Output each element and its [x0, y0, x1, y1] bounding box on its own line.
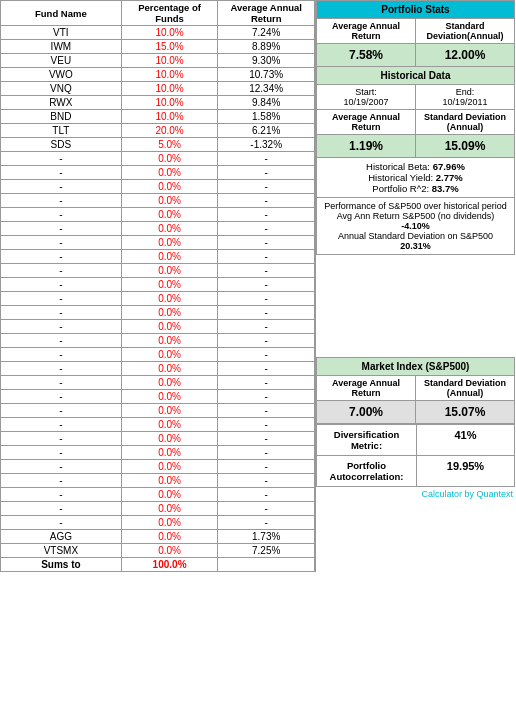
- table-row: -0.0%-: [1, 222, 315, 236]
- fund-name-cell: -: [1, 390, 122, 404]
- fund-pct-cell: 0.0%: [121, 306, 218, 320]
- table-row: -0.0%-: [1, 278, 315, 292]
- fund-name-cell: -: [1, 180, 122, 194]
- fund-pct-cell: 0.0%: [121, 194, 218, 208]
- fund-name-cell: -: [1, 362, 122, 376]
- fund-pct-cell: 10.0%: [121, 82, 218, 96]
- fund-pct-cell: 0.0%: [121, 516, 218, 530]
- table-row: -0.0%-: [1, 236, 315, 250]
- fund-ret-cell: 9.84%: [218, 96, 315, 110]
- table-row: -0.0%-: [1, 502, 315, 516]
- fund-ret-cell: -: [218, 222, 315, 236]
- fund-pct-cell: 0.0%: [121, 250, 218, 264]
- fund-pct-cell: 10.0%: [121, 54, 218, 68]
- fund-name-cell: -: [1, 418, 122, 432]
- yield-val: 2.77%: [436, 172, 463, 183]
- table-row: -0.0%-: [1, 460, 315, 474]
- r2-val: 83.7%: [432, 183, 459, 194]
- sums-ret: [218, 558, 315, 572]
- fund-name-cell: -: [1, 404, 122, 418]
- fund-pct-cell: 15.0%: [121, 40, 218, 54]
- table-row: -0.0%-: [1, 348, 315, 362]
- market-section: Market Index (S&P500) Average Annual Ret…: [316, 357, 515, 425]
- table-row: -0.0%-: [1, 264, 315, 278]
- fund-ret-cell: -: [218, 250, 315, 264]
- table-row: -0.0%-: [1, 432, 315, 446]
- fund-name-cell: -: [1, 320, 122, 334]
- fund-pct-cell: 0.0%: [121, 488, 218, 502]
- fund-ret-cell: -: [218, 264, 315, 278]
- market-avg: 7.00%: [317, 401, 416, 423]
- autocorr-section: Portfolio Autocorrelation: 19.95%: [316, 456, 515, 487]
- table-row: -0.0%-: [1, 180, 315, 194]
- ps-col1-label: Average Annual Return: [317, 19, 416, 43]
- fund-pct-cell: 0.0%: [121, 460, 218, 474]
- hist-values: 1.19% 15.09%: [316, 135, 515, 158]
- avg-ann-label: Avg Ann Return S&P500 (no dividends): [337, 211, 494, 221]
- fund-ret-cell: -: [218, 516, 315, 530]
- fund-pct-cell: 0.0%: [121, 208, 218, 222]
- table-row: AGG0.0%1.73%: [1, 530, 315, 544]
- fund-ret-cell: 7.24%: [218, 26, 315, 40]
- fund-name-cell: -: [1, 152, 122, 166]
- table-row: TLT20.0%6.21%: [1, 124, 315, 138]
- fund-pct-cell: 0.0%: [121, 152, 218, 166]
- fund-name-cell: RWX: [1, 96, 122, 110]
- fund-name-header: Fund Name: [1, 1, 122, 26]
- fund-ret-cell: -: [218, 418, 315, 432]
- fund-ret-cell: -: [218, 348, 315, 362]
- yield-label: Historical Yield:: [368, 172, 433, 183]
- divers-section: Diversification Metric: 41%: [316, 425, 515, 456]
- table-row: -0.0%-: [1, 474, 315, 488]
- fund-ret-cell: -: [218, 432, 315, 446]
- fund-name-cell: -: [1, 502, 122, 516]
- table-row: -0.0%-: [1, 376, 315, 390]
- fund-ret-cell: -: [218, 306, 315, 320]
- r2-label: Portfolio R^2:: [372, 183, 429, 194]
- fund-ret-cell: -: [218, 278, 315, 292]
- table-row: -0.0%-: [1, 516, 315, 530]
- fund-ret-cell: -: [218, 376, 315, 390]
- fund-name-cell: -: [1, 264, 122, 278]
- fund-pct-cell: 0.0%: [121, 376, 218, 390]
- fund-name-cell: SDS: [1, 138, 122, 152]
- fund-ret-cell: -: [218, 488, 315, 502]
- perf-section: Performance of S&P500 over historical pe…: [316, 198, 515, 255]
- fund-ret-cell: -: [218, 180, 315, 194]
- fund-pct-cell: 0.0%: [121, 432, 218, 446]
- table-row: -0.0%-: [1, 404, 315, 418]
- table-row: VNQ10.0%12.34%: [1, 82, 315, 96]
- fund-pct-cell: 5.0%: [121, 138, 218, 152]
- fund-ret-cell: 7.25%: [218, 544, 315, 558]
- fund-name-cell: -: [1, 432, 122, 446]
- fund-ret-cell: 10.73%: [218, 68, 315, 82]
- fund-ret-cell: -1.32%: [218, 138, 315, 152]
- table-row: -0.0%-: [1, 194, 315, 208]
- fund-ret-cell: 9.30%: [218, 54, 315, 68]
- hist-std-val: 15.09%: [416, 135, 514, 157]
- table-row: -0.0%-: [1, 320, 315, 334]
- fund-name-cell: -: [1, 222, 122, 236]
- table-row: -0.0%-: [1, 208, 315, 222]
- fund-name-cell: -: [1, 334, 122, 348]
- fund-pct-cell: 20.0%: [121, 124, 218, 138]
- fund-name-cell: -: [1, 516, 122, 530]
- table-row: VWO10.0%10.73%: [1, 68, 315, 82]
- std-sp-val: 20.31%: [400, 241, 431, 251]
- fund-ret-cell: -: [218, 404, 315, 418]
- table-row: -0.0%-: [1, 446, 315, 460]
- fund-ret-cell: -: [218, 320, 315, 334]
- fund-ret-cell: 12.34%: [218, 82, 315, 96]
- fund-name-cell: AGG: [1, 530, 122, 544]
- fund-ret-cell: 6.21%: [218, 124, 315, 138]
- fund-pct-cell: 0.0%: [121, 362, 218, 376]
- fund-pct-cell: 0.0%: [121, 236, 218, 250]
- divers-label: Diversification Metric:: [317, 425, 417, 455]
- fund-pct-cell: 0.0%: [121, 530, 218, 544]
- hist-stats: Historical Beta: 67.96% Historical Yield…: [316, 158, 515, 198]
- fund-name-cell: IWM: [1, 40, 122, 54]
- hist-avg-val: 1.19%: [317, 135, 416, 157]
- historical-data-title: Historical Data: [316, 67, 515, 85]
- fund-name-cell: -: [1, 446, 122, 460]
- hist-dates: Start: 10/19/2007 End: 10/19/2011: [316, 85, 515, 110]
